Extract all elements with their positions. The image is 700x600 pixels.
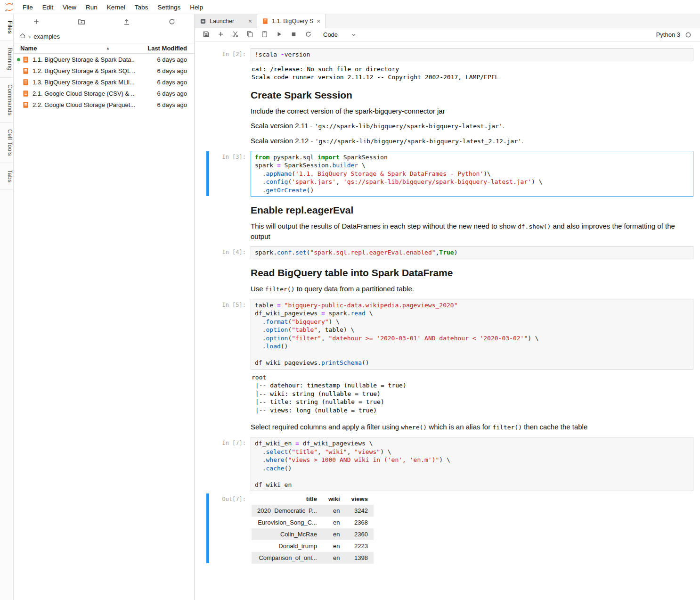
save-button[interactable] [199, 29, 213, 41]
close-tab-icon[interactable]: × [317, 18, 320, 25]
markdown-paragraph: Scala version 2.12 - 'gs://spark-lib/big… [251, 136, 677, 146]
menu-view[interactable]: View [58, 4, 81, 11]
sidebar-tab-commands[interactable]: Commands [0, 78, 13, 123]
file-row[interactable]: 2.2. Google Cloud Storage (Parquet...6 d… [14, 99, 195, 110]
file-last-modified: 6 days ago [135, 90, 187, 97]
markdown-cell[interactable]: Read BigQuery table into Spark DataFrame [195, 267, 700, 279]
menu-edit[interactable]: Edit [38, 4, 58, 11]
code-input[interactable]: df_wiki_en = df_wiki_pageviews \ .select… [251, 437, 693, 491]
table-column-header: title [252, 493, 323, 505]
home-icon[interactable] [19, 33, 26, 41]
restart-button[interactable] [301, 29, 316, 41]
file-row[interactable]: 1.1. BigQuery Storage & Spark Data...6 d… [14, 54, 195, 65]
markdown-cell[interactable]: Include the correct version of the spark… [195, 106, 700, 116]
tab-launcher[interactable]: Launcher× [195, 14, 257, 28]
menu-settings[interactable]: Settings [153, 4, 185, 11]
table-cell: en [323, 552, 346, 564]
workspace-tab-bar: Launcher×1.1. BigQuery S× [195, 14, 700, 28]
jupyter-logo-icon [4, 1, 15, 13]
code-cell[interactable]: In [5]:table = "bigquery-public-data.wik… [195, 299, 700, 370]
menu-kernel[interactable]: Kernel [102, 4, 130, 11]
cell-content: !scala -version [251, 48, 693, 61]
markdown-paragraph: Include the correct version of the spark… [251, 106, 677, 116]
dataframe-table: titlewikiviews2020_Democratic_P...en3242… [252, 493, 374, 564]
refresh-button[interactable] [165, 16, 179, 28]
code-input[interactable]: from pyspark.sql import SparkSessionspar… [251, 151, 693, 197]
markdown-cell[interactable]: Scala version 2.12 - 'gs://spark-lib/big… [195, 136, 700, 146]
table-row: Comparison_of_onl...en1398 [252, 552, 374, 564]
cell-content: table = "bigquery-public-data.wikipedia.… [251, 299, 693, 370]
cell-type-dropdown[interactable]: Code [323, 31, 357, 38]
cell-content: Enable repl.eagerEval [251, 204, 693, 216]
output-area[interactable]: root |-- datehour: timestamp (nullable =… [195, 371, 700, 415]
table-cell: 2223 [346, 540, 374, 552]
cut-button[interactable] [228, 29, 243, 41]
markdown-cell[interactable]: Scala version 2.11 - 'gs://spark-lib/big… [195, 121, 700, 131]
cell-prompt [195, 267, 251, 279]
output-area[interactable]: Out[7]:titlewikiviews2020_Democratic_P..… [195, 493, 700, 564]
upload-button[interactable] [120, 16, 133, 28]
table-header-row: titlewikiviews [252, 493, 374, 505]
cell-prompt: In [5]: [195, 299, 251, 370]
menu-tabs[interactable]: Tabs [130, 4, 153, 11]
file-row[interactable]: 2.1. Google Cloud Storage (CSV) & ...6 d… [14, 88, 195, 99]
stop-button[interactable] [286, 29, 301, 41]
markdown-cell[interactable]: Select required columns and apply a filt… [195, 422, 700, 432]
sidebar-tab-tabs[interactable]: Tabs [0, 163, 13, 190]
table-cell: Eurovision_Song_C... [252, 517, 323, 528]
sidebar-tab-files[interactable]: Files [0, 14, 13, 41]
cell-prompt [195, 422, 251, 432]
code-line: .option("filter", "datehour >= '2020-03-… [255, 334, 689, 343]
code-input[interactable]: spark.conf.set("spark.sql.repl.eagerEval… [251, 246, 693, 259]
code-line: df_wiki_en [255, 481, 689, 489]
sidebar-tab-cell-tools[interactable]: Cell Tools [0, 123, 13, 163]
output-area[interactable]: cat: /release: No such file or directory… [195, 63, 700, 82]
code-input[interactable]: !scala -version [251, 48, 693, 61]
table-row: Donald_trumpen2223 [252, 540, 374, 552]
file-last-modified: 6 days ago [135, 67, 187, 74]
file-row[interactable]: 1.2. BigQuery Storage & Spark SQL ...6 d… [14, 65, 195, 76]
cell-content: Select required columns and apply a filt… [251, 422, 693, 432]
tab-label: 1.1. BigQuery S [272, 18, 313, 25]
markdown-cell[interactable]: Create Spark Session [195, 89, 700, 101]
menu-file[interactable]: File [18, 4, 38, 11]
kernel-name[interactable]: Python 3 [656, 31, 680, 38]
code-cell[interactable]: In [4]:spark.conf.set("spark.sql.repl.ea… [195, 246, 700, 259]
code-line: .option("table", table) \ [255, 326, 689, 334]
code-line: .cache() [255, 464, 689, 473]
notebook-toolbar-buttons [199, 29, 316, 41]
code-cell[interactable]: In [3]:from pyspark.sql import SparkSess… [195, 151, 700, 197]
cell-content: This will output the results of DataFram… [251, 221, 693, 241]
cell-prompt [195, 121, 251, 131]
tab-label: Launcher [210, 18, 234, 25]
file-last-modified: 6 days ago [135, 56, 187, 63]
markdown-cell[interactable]: Enable repl.eagerEval [195, 204, 700, 216]
paste-button[interactable] [257, 29, 272, 41]
sidebar-tab-running[interactable]: Running [0, 41, 13, 78]
new-folder-button[interactable] [75, 16, 88, 28]
tab-1-1-bigquery-s[interactable]: 1.1. BigQuery S× [257, 14, 326, 28]
active-cell-indicator[interactable] [206, 151, 209, 197]
cell-prompt [195, 106, 251, 116]
active-cell-indicator[interactable] [206, 493, 209, 563]
code-input[interactable]: table = "bigquery-public-data.wikipedia.… [251, 299, 693, 370]
close-tab-icon[interactable]: × [248, 18, 252, 25]
code-cell[interactable]: In [2]:!scala -version [195, 48, 700, 61]
add-cell-button[interactable] [213, 29, 228, 41]
markdown-paragraph: Use filter() to query data from a partit… [251, 284, 677, 294]
markdown-cell[interactable]: Use filter() to query data from a partit… [195, 284, 700, 294]
breadcrumb-folder[interactable]: examples [33, 33, 60, 40]
markdown-cell[interactable]: This will output the results of DataFram… [195, 221, 700, 241]
table-column-header: wiki [323, 493, 346, 505]
file-row[interactable]: 1.3. BigQuery Storage & Spark MLli...6 d… [14, 76, 195, 88]
menu-run[interactable]: Run [81, 4, 102, 11]
run-button[interactable] [272, 29, 286, 41]
cell-content: cat: /release: No such file or directory… [251, 63, 693, 82]
column-header-name[interactable]: Name ▲ [20, 45, 131, 52]
notebook-icon [22, 67, 29, 74]
new-launcher-button[interactable] [30, 16, 43, 28]
code-cell[interactable]: In [7]:df_wiki_en = df_wiki_pageviews \ … [195, 437, 700, 491]
column-header-last-modified[interactable]: Last Modified [131, 45, 188, 52]
menu-help[interactable]: Help [185, 4, 208, 11]
copy-button[interactable] [243, 29, 257, 41]
